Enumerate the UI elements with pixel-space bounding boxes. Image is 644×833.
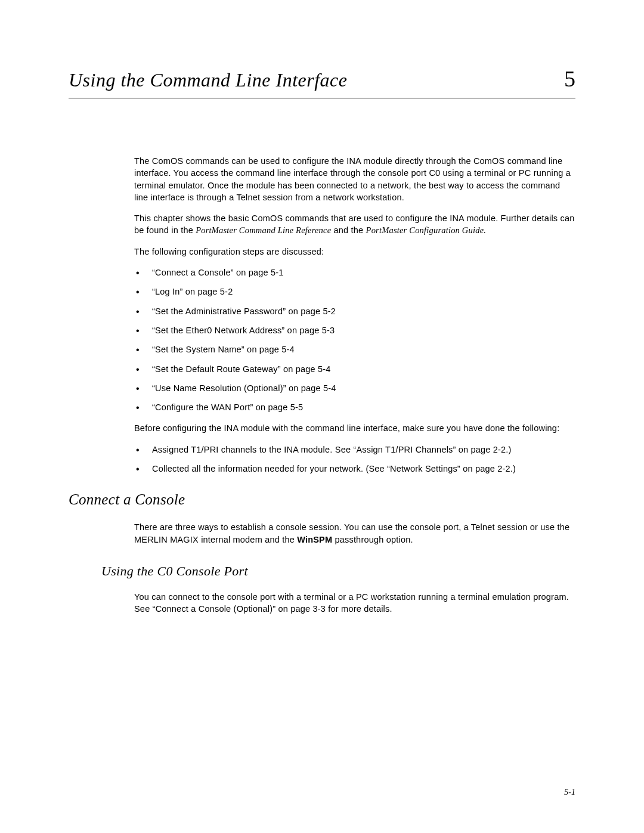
chapter-number: 5 (564, 66, 575, 92)
body-content: The ComOS commands can be used to config… (69, 155, 575, 615)
chapter-title: Using the Command Line Interface (69, 69, 348, 91)
section1-p1-text-b: passthrough option. (332, 535, 413, 544)
prereq-intro: Before configuring the INA module with t… (134, 422, 575, 434)
list-item: “Connect a Console” on page 5-1 (134, 267, 575, 278)
prereq-list: Assigned T1/PRI channels to the INA modu… (134, 444, 575, 475)
subsection-heading-c0-console: Using the C0 Console Port (101, 563, 575, 579)
section-heading-connect-console: Connect a Console (69, 491, 575, 508)
list-item: “Set the System Name” on page 5-4 (134, 343, 575, 355)
list-item: “Use Name Resolution (Optional)” on page… (134, 382, 575, 394)
section1-p1-bold: WinSPM (297, 535, 332, 544)
intro-paragraph-1: The ComOS commands can be used to config… (134, 155, 575, 203)
chapter-header: Using the Command Line Interface 5 (69, 66, 575, 98)
section1-paragraph-1: There are three ways to establish a cons… (134, 521, 575, 546)
subsection1-paragraph-1: You can connect to the console port with… (134, 591, 575, 615)
intro-paragraph-2: This chapter shows the basic ComOS comma… (134, 212, 575, 237)
list-item: “Set the Default Route Gateway” on page … (134, 363, 575, 375)
config-steps-list: “Connect a Console” on page 5-1 “Log In”… (134, 267, 575, 413)
list-item: “Set the Administrative Password” on pag… (134, 305, 575, 317)
list-item: “Log In” on page 5-2 (134, 286, 575, 298)
intro-paragraph-3: The following configuration steps are di… (134, 246, 575, 258)
intro-p2-ref2: PortMaster Configuration Guide. (366, 225, 487, 235)
page-number: 5-1 (564, 788, 575, 797)
document-page: Using the Command Line Interface 5 The C… (0, 0, 644, 660)
list-item: “Configure the WAN Port” on page 5-5 (134, 401, 575, 413)
intro-p2-text-b: and the (331, 225, 366, 235)
intro-p2-ref1: PortMaster Command Line Reference (196, 225, 331, 235)
list-item: Collected all the information needed for… (134, 463, 575, 475)
list-item: Assigned T1/PRI channels to the INA modu… (134, 444, 575, 456)
list-item: “Set the Ether0 Network Address” on page… (134, 324, 575, 336)
